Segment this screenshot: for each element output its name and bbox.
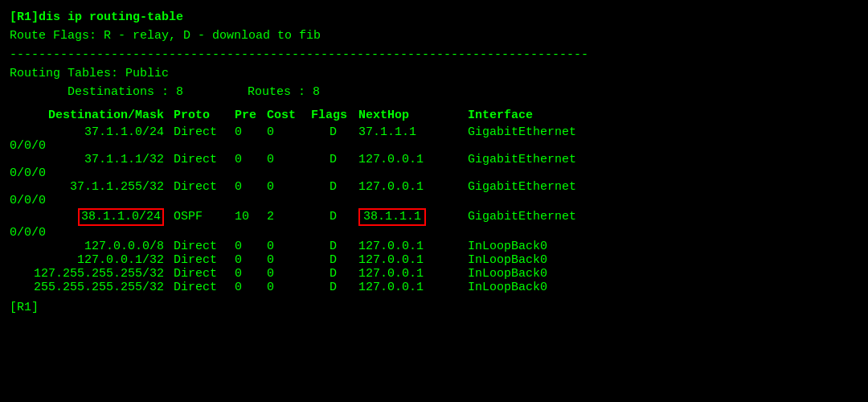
row6-cost: 0 [267, 267, 311, 281]
row4-interface: InLoopBack0 [452, 240, 547, 253]
row2-cost: 0 [267, 180, 311, 194]
row0-pre: 0 [235, 125, 267, 139]
routes-label: Routes : 8 [248, 83, 320, 101]
row5-interface: InLoopBack0 [452, 253, 547, 267]
table-row: 127.0.0.0/8 Direct 0 0 D 127.0.0.1 InLoo… [10, 240, 858, 253]
row1-interface: GigabitEthernet [452, 153, 576, 166]
row3-nexthop: 38.1.1.1 [355, 207, 452, 226]
separator-line: ----------------------------------------… [10, 46, 858, 64]
row1-nexthop: 127.0.0.1 [355, 153, 452, 166]
row6-pre: 0 [235, 267, 267, 281]
row4-flags: D [311, 240, 355, 253]
row0-proto: Direct [170, 125, 235, 139]
row4-proto: Direct [170, 240, 235, 253]
row6-dest: 127.255.255.255/32 [10, 267, 170, 281]
table-row: 37.1.1.255/32 Direct 0 0 D 127.0.0.1 Gig… [10, 180, 858, 207]
row2-interface: GigabitEthernet [452, 180, 576, 194]
row2-pre: 0 [235, 180, 267, 194]
route-flags-line: Route Flags: R - relay, D - download to … [10, 27, 858, 45]
row0-interface2: 0/0/0 [10, 139, 46, 153]
table-row: 255.255.255.255/32 Direct 0 0 D 127.0.0.… [10, 281, 858, 294]
terminal: [R1]dis ip routing-table Route Flags: R … [10, 8, 858, 394]
header-cost: Cost [267, 106, 311, 125]
row5-proto: Direct [170, 253, 235, 267]
row7-proto: Direct [170, 281, 235, 294]
row2-proto: Direct [170, 180, 235, 194]
table-row: 37.1.1.1/32 Direct 0 0 D 127.0.0.1 Gigab… [10, 153, 858, 180]
row3-interface2: 0/0/0 [10, 226, 46, 240]
row7-nexthop: 127.0.0.1 [355, 281, 452, 294]
end-prompt-line: [R1] [10, 301, 858, 314]
header-proto: Proto [170, 106, 235, 125]
destinations-label: Destinations : 8 [10, 83, 183, 101]
row6-interface: InLoopBack0 [452, 267, 547, 281]
row5-cost: 0 [267, 253, 311, 267]
row7-cost: 0 [267, 281, 311, 294]
row1-flags: D [311, 153, 355, 166]
routing-tables-label: Routing Tables: Public [10, 64, 858, 83]
row3-proto: OSPF [170, 210, 235, 224]
row3-cost: 2 [267, 210, 311, 224]
row0-flags: D [311, 125, 355, 139]
destinations-routes-line: Destinations : 8 Routes : 8 [10, 83, 858, 101]
row1-interface2: 0/0/0 [10, 166, 46, 180]
header-pre: Pre [235, 106, 267, 125]
row5-flags: D [311, 253, 355, 267]
row3-nexthop-highlight: 38.1.1.1 [358, 208, 426, 226]
row7-flags: D [311, 281, 355, 294]
row6-proto: Direct [170, 267, 235, 281]
command-line: [R1]dis ip routing-table [10, 8, 858, 27]
row7-pre: 0 [235, 281, 267, 294]
table-row: 37.1.1.0/24 Direct 0 0 D 37.1.1.1 Gigabi… [10, 125, 858, 153]
row1-cost: 0 [267, 153, 311, 166]
row3-flags: D [311, 210, 355, 224]
row0-nexthop: 37.1.1.1 [355, 125, 452, 139]
row2-flags: D [311, 180, 355, 194]
row0-dest: 37.1.1.0/24 [10, 125, 170, 139]
row4-nexthop: 127.0.0.1 [355, 240, 452, 253]
row4-pre: 0 [235, 240, 267, 253]
row3-interface: GigabitEthernet [452, 210, 576, 224]
row0-interface: GigabitEthernet [452, 125, 576, 139]
header-flags: Flags [311, 106, 355, 125]
end-prompt: [R1] [10, 301, 39, 314]
row6-nexthop: 127.0.0.1 [355, 267, 452, 281]
row2-nexthop: 127.0.0.1 [355, 180, 452, 194]
row1-pre: 0 [235, 153, 267, 166]
table-row: 127.0.0.1/32 Direct 0 0 D 127.0.0.1 InLo… [10, 253, 858, 267]
header-nexthop: NextHop [355, 106, 452, 125]
row2-dest: 37.1.1.255/32 [10, 180, 170, 194]
row2-interface2: 0/0/0 [10, 194, 46, 207]
table-row: 127.255.255.255/32 Direct 0 0 D 127.0.0.… [10, 267, 858, 281]
row4-cost: 0 [267, 240, 311, 253]
table-header: Destination/Mask Proto Pre Cost Flags Ne… [10, 106, 858, 125]
row1-proto: Direct [170, 153, 235, 166]
row3-pre: 10 [235, 210, 267, 224]
row6-flags: D [311, 267, 355, 281]
row3-dest-highlight: 38.1.1.0/24 [78, 208, 164, 226]
row5-pre: 0 [235, 253, 267, 267]
row3-dest: 38.1.1.0/24 [10, 207, 170, 226]
row4-dest: 127.0.0.0/8 [10, 240, 170, 253]
row7-interface: InLoopBack0 [452, 281, 547, 294]
row5-dest: 127.0.0.1/32 [10, 253, 170, 267]
table-row-highlighted: 38.1.1.0/24 OSPF 10 2 D 38.1.1.1 Gigabit… [10, 207, 858, 240]
row5-nexthop: 127.0.0.1 [355, 253, 452, 267]
header-interface: Interface [452, 106, 533, 125]
row1-dest: 37.1.1.1/32 [10, 153, 170, 166]
header-dest: Destination/Mask [10, 106, 170, 125]
row7-dest: 255.255.255.255/32 [10, 281, 170, 294]
row0-cost: 0 [267, 125, 311, 139]
